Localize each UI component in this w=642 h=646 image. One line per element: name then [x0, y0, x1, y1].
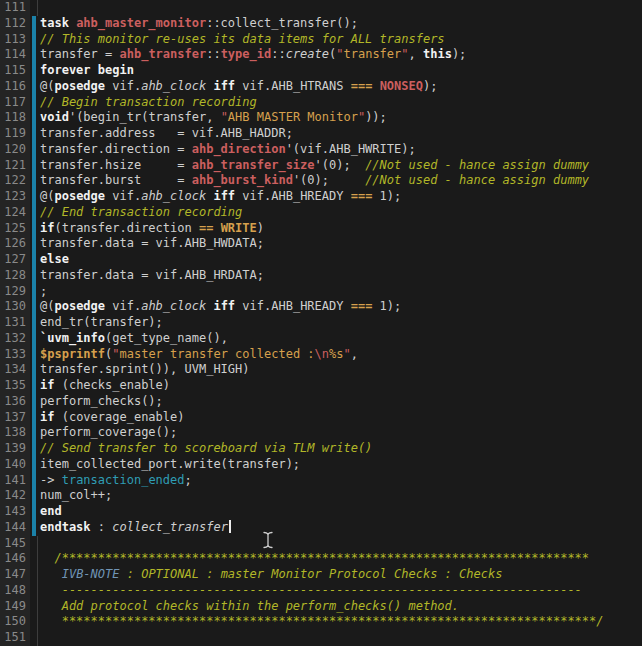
code-line-text[interactable]: else: [36, 252, 642, 268]
token-p: ,: [351, 347, 358, 361]
indent-guide: [37, 536, 38, 552]
code-line: 120transfer.direction = ahb_direction'(v…: [0, 142, 642, 158]
code-line-text[interactable]: @(posedge vif.ahb_clock iff vif.AHB_HTRA…: [36, 79, 642, 95]
line-number: 116: [0, 79, 30, 95]
code-line: 142num_col++;: [0, 488, 642, 504]
code-line-text[interactable]: /***************************************…: [36, 551, 642, 567]
code-line-text[interactable]: [36, 536, 642, 552]
token-it: create: [286, 47, 329, 61]
indent-guide: [37, 551, 38, 567]
modified-line-indicator: [32, 252, 36, 268]
code-line: 143end: [0, 504, 642, 520]
modified-line-indicator: [32, 95, 36, 111]
code-line-text[interactable]: // This monitor re-uses its data items f…: [36, 32, 642, 48]
code-line-text[interactable]: perform_coverage();: [36, 425, 642, 441]
code-line: 133$psprintf("master transfer collected …: [0, 347, 642, 363]
code-line-text[interactable]: -> transaction_ended;: [36, 473, 642, 489]
line-number: 151: [0, 630, 30, 646]
code-line-text[interactable]: num_col++;: [36, 488, 642, 504]
token-kw: endtask: [40, 520, 91, 534]
code-line-text[interactable]: // End transaction recording: [36, 205, 642, 221]
token-c: // Send transfer to scoreboard via TLM w…: [40, 441, 372, 455]
code-line: 148 ------------------------------------…: [0, 583, 642, 599]
line-number: 118: [0, 110, 30, 126]
code-line: 111: [0, 0, 642, 16]
code-line-text[interactable]: void'(begin_tr(transfer, "AHB MASTER Mon…: [36, 110, 642, 126]
token-kw: forever begin: [40, 63, 134, 77]
code-line-text[interactable]: transfer.data = vif.AHB_HRDATA;: [36, 268, 642, 284]
code-line-text[interactable]: [36, 630, 642, 646]
code-line: 127else: [0, 252, 642, 268]
token-q: ": [336, 47, 343, 61]
code-line-text[interactable]: end_tr(transfer);: [36, 315, 642, 331]
token-kw: else: [40, 252, 69, 266]
code-line-text[interactable]: IVB-NOTE : OPTIONAL : master Monitor Pro…: [36, 567, 642, 583]
code-line-text[interactable]: forever begin: [36, 63, 642, 79]
code-line-text[interactable]: // Send transfer to scoreboard via TLM w…: [36, 441, 642, 457]
line-number: 115: [0, 63, 30, 79]
line-number: 117: [0, 95, 30, 111]
code-line-text[interactable]: transfer.sprint()), UVM_HIGH): [36, 362, 642, 378]
code-line-text[interactable]: item_collected_port.write(transfer);: [36, 457, 642, 473]
code-line: 121transfer.hsize = ahb_transfer_size'(0…: [0, 158, 642, 174]
token-p: '(begin_tr(transfer,: [69, 110, 221, 124]
code-line-text[interactable]: transfer.hsize = ahb_transfer_size'(0); …: [36, 158, 642, 174]
token-c: /***************************************…: [40, 551, 589, 565]
code-line-text[interactable]: task ahb_master_monitor::collect_transfe…: [36, 16, 642, 32]
code-line-text[interactable]: ;: [36, 284, 642, 300]
token-p: vif.AHB_HREADY: [235, 189, 351, 203]
token-kw: if: [40, 410, 54, 424]
code-line: 136perform_checks();: [0, 394, 642, 410]
token-q: ": [221, 110, 228, 124]
token-s: AHB MASTER Monitor: [228, 110, 358, 124]
line-number: 113: [0, 32, 30, 48]
code-line: 125if(transfer.direction == WRITE): [0, 221, 642, 237]
code-line: 145: [0, 536, 642, 552]
code-line-text[interactable]: transfer = ahb_transfer::type_id::create…: [36, 47, 642, 63]
code-line-text[interactable]: transfer.data = vif.AHB_HWDATA;: [36, 236, 642, 252]
token-p: perform_coverage();: [40, 425, 177, 439]
token-o: ===: [351, 189, 373, 203]
token-type: ahb_burst_kind: [192, 173, 293, 187]
code-line-text[interactable]: if (checks_enable): [36, 378, 642, 394]
code-line-text[interactable]: transfer.address = vif.AHB_HADDR;: [36, 126, 642, 142]
code-line-text[interactable]: // Begin transaction recording: [36, 95, 642, 111]
code-line-text[interactable]: @(posedge vif.ahb_clock iff vif.AHB_HREA…: [36, 189, 642, 205]
modified-line-indicator: [32, 315, 36, 331]
token-s: %s: [329, 347, 343, 361]
code-line-text[interactable]: `uvm_info(get_type_name(),: [36, 331, 642, 347]
line-number: 140: [0, 457, 30, 473]
code-line-text[interactable]: $psprintf("master transfer collected :\n…: [36, 347, 642, 363]
token-p: transfer.hsize =: [40, 158, 192, 172]
code-line: 140item_collected_port.write(transfer);: [0, 457, 642, 473]
token-type: ahb_transfer: [119, 47, 206, 61]
code-line-text[interactable]: ****************************************…: [36, 614, 642, 630]
code-line-text[interactable]: end: [36, 504, 642, 520]
token-s: master transfer collected :: [120, 347, 315, 361]
code-line-text[interactable]: ----------------------------------------…: [36, 583, 642, 599]
token-c: //Not used - hance assign dummy: [365, 158, 589, 172]
modified-line-indicator: [32, 394, 36, 410]
token-c: : OPTIONAL : master Monitor Protocol Che…: [119, 567, 502, 581]
code-line-text[interactable]: perform_checks();: [36, 394, 642, 410]
code-line: 123@(posedge vif.ahb_clock iff vif.AHB_H…: [0, 189, 642, 205]
code-line-text[interactable]: Add protocol checks within the perform_c…: [36, 599, 642, 615]
token-p: [213, 221, 220, 235]
line-number: 142: [0, 488, 30, 504]
token-c: ----------------------------------------…: [40, 583, 582, 597]
code-line-text[interactable]: if(transfer.direction == WRITE): [36, 221, 642, 237]
token-it: collect_transfer: [112, 520, 228, 534]
code-line-text[interactable]: endtask : collect_transfer: [36, 520, 642, 536]
token-c: Add protocol checks within the perform_c…: [40, 599, 459, 613]
code-line-text[interactable]: transfer.direction = ahb_direction'(vif.…: [36, 142, 642, 158]
token-cb: IVB-NOTE: [62, 567, 120, 581]
code-line-text[interactable]: @(posedge vif.ahb_clock iff vif.AHB_HREA…: [36, 299, 642, 315]
line-number: 138: [0, 425, 30, 441]
code-line: 119transfer.address = vif.AHB_HADDR;: [0, 126, 642, 142]
code-line-text[interactable]: transfer.burst = ahb_burst_kind'(0); //N…: [36, 173, 642, 189]
token-p: ): [257, 221, 264, 235]
token-c: // End transaction recording: [40, 205, 242, 219]
code-line-text[interactable]: [36, 0, 642, 16]
code-line-text[interactable]: if (coverage_enable): [36, 410, 642, 426]
modified-line-indicator: [32, 16, 36, 32]
